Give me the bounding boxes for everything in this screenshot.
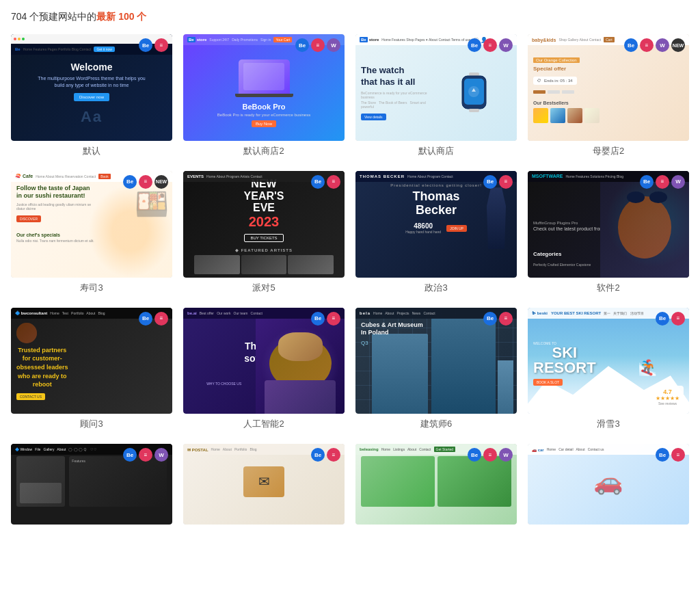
card-software-cat: Categories (533, 251, 561, 257)
card-default-badges: Be ≡ (139, 38, 168, 52)
card-bottom1-label (11, 529, 172, 531)
card-bottom1[interactable]: 🔷 Window File Gallery About ◯ ◯ ◯ Q ♡ ♡ … (11, 444, 172, 531)
card-party-badges: Be ≡ (311, 175, 340, 189)
card-default-shop2[interactable]: Be store Support 24/7 Daily Promotions S… (183, 34, 345, 160)
badge-be: Be (139, 38, 152, 52)
card-arch6[interactable]: bela Home About Projects News Contact Cu… (355, 308, 517, 434)
card-party5[interactable]: EVENTS Home About Program Artists Contac… (183, 171, 345, 297)
card-software-badges: Be ≡ W (640, 175, 685, 189)
card-politics-title: ThomasBecker (412, 190, 459, 217)
card-arch-badges: Be ≡ (483, 312, 513, 326)
card-bottom4-badges: Be ≡ (656, 448, 685, 462)
card-shop-title: The watchthat has it all (361, 65, 436, 88)
card-politics-badges: Be ≡ (483, 175, 513, 189)
card-software-label: 软件2 (528, 282, 689, 297)
card-advisor-badges: Be ≡ (139, 312, 168, 326)
card-bottom4[interactable]: 🚗 car Home Car detail About Contact us 🚗… (528, 444, 689, 531)
card-ai-label: 人工智能2 (183, 418, 345, 433)
card-shop2-badges: Be ≡ W (295, 38, 340, 52)
card-shop-label: 默认商店 (355, 145, 517, 160)
card-bottom2-label (183, 529, 345, 531)
card-bottom2-badges: Be ≡ (311, 448, 340, 462)
card-bottom4-label (528, 529, 689, 531)
card-sushi-title: Follow the taste of Japan in our sushi r… (16, 185, 92, 200)
card-ski3[interactable]: ⛷ beski YOUR BEST SKI RESORT 第一 关于我们 活动节… (528, 308, 689, 434)
card-default-label: 默认 (11, 145, 172, 160)
card-bottom3[interactable]: beleasing Home Listings About Contact Ge… (355, 444, 517, 531)
card-default-shop[interactable]: Be store Home Features Shop Pages ▾ Abou… (355, 34, 517, 160)
card-default[interactable]: Be Home Features Pages Portfolio Blog Co… (11, 34, 172, 160)
card-politics-label: 政治3 (355, 282, 517, 297)
card-bottom3-badges: Be ≡ W (468, 448, 513, 462)
card-ai2[interactable]: be.ai Best offer Our work Our team Conta… (183, 308, 345, 434)
count-highlight: 最新 100 个 (96, 11, 146, 22)
card-software2[interactable]: MSOFTWARE Home Features Solutions Pricin… (528, 171, 689, 297)
betheme-logo: Be (15, 47, 21, 51)
card-bottom3-label (355, 529, 517, 531)
card-bottom2[interactable]: ✉ POSTAL Home About Portfolio Blog ✉ Be … (183, 444, 345, 531)
card-ski-badges: Be ≡ (656, 312, 685, 326)
page-header: 704 个预建网站中的最新 100 个 (11, 11, 689, 23)
card-sushi-badges: Be ≡ NEW (123, 175, 168, 189)
card-ai-badges: Be ≡ (311, 312, 340, 326)
count-prefix: 704 个预建网站中的 (11, 11, 96, 22)
card-advisor-title: Trusted partnersfor customer-obsessed le… (16, 346, 68, 389)
svg-rect-4 (469, 109, 479, 112)
card-ski-label: 滑雪3 (528, 418, 689, 433)
card-sushi3[interactable]: 🍣 Cafe Home About Menu Reservation Conta… (11, 171, 172, 297)
card-sushi-label: 寿司3 (11, 282, 172, 297)
card-arch-label: 建筑师6 (355, 418, 517, 433)
card-baby-badges: Be ≡ W NEW (624, 38, 685, 52)
card-party-title: NEWYEAR'SEVE (244, 178, 284, 214)
card-ski-title: SKIRESORT (533, 345, 596, 375)
card-bottom1-badges: Be ≡ W (123, 448, 168, 462)
card-baby-label: 母婴店2 (528, 145, 689, 160)
badge-el: ≡ (154, 38, 168, 52)
card-arch-title: Cubes & Art MuseumIn Poland (361, 321, 423, 337)
svg-rect-0 (469, 72, 479, 76)
card-default-title: Welcome (70, 62, 112, 72)
card-party-label: 派对5 (183, 282, 345, 297)
template-grid: Be Home Features Pages Portfolio Blog Co… (11, 34, 689, 531)
card-shop2-label: 默认商店2 (183, 145, 345, 160)
card-shop2-title: BeBook Pro (243, 103, 286, 111)
card-advisor-label: 顾问3 (11, 418, 172, 433)
card-politics3[interactable]: THOMAS BECKER Home About Program Contact… (355, 171, 517, 297)
card-advisor3[interactable]: 🔷 bwconsultant Home Test Portfolio About… (11, 308, 172, 434)
card-shop-badges: Be ≡ W (468, 38, 513, 52)
card-baby-shop2[interactable]: baby&kids Shop Gallery About Contact Car… (528, 34, 689, 160)
